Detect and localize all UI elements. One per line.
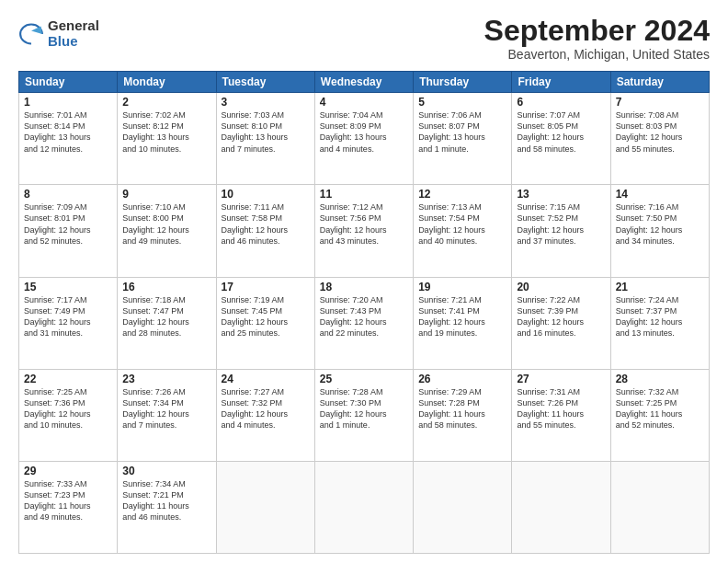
day-info: Sunrise: 7:10 AM Sunset: 8:00 PM Dayligh… bbox=[122, 201, 210, 247]
day-info: Sunrise: 7:16 AM Sunset: 7:50 PM Dayligh… bbox=[616, 201, 704, 247]
calendar-cell: 18Sunrise: 7:20 AM Sunset: 7:43 PM Dayli… bbox=[314, 277, 413, 369]
logo-general: General bbox=[48, 18, 99, 34]
col-saturday: Saturday bbox=[610, 72, 709, 93]
calendar-cell: 3Sunrise: 7:03 AM Sunset: 8:10 PM Daylig… bbox=[216, 93, 314, 185]
day-info: Sunrise: 7:34 AM Sunset: 7:21 PM Dayligh… bbox=[122, 478, 210, 523]
day-info: Sunrise: 7:33 AM Sunset: 7:23 PM Dayligh… bbox=[24, 478, 112, 523]
day-number: 22 bbox=[24, 373, 112, 385]
calendar-cell: 9Sunrise: 7:10 AM Sunset: 8:00 PM Daylig… bbox=[118, 185, 216, 277]
calendar-cell: 21Sunrise: 7:24 AM Sunset: 7:37 PM Dayli… bbox=[610, 277, 709, 369]
calendar-cell: 24Sunrise: 7:27 AM Sunset: 7:32 PM Dayli… bbox=[216, 369, 314, 461]
day-info: Sunrise: 7:19 AM Sunset: 7:45 PM Dayligh… bbox=[222, 294, 310, 339]
day-number: 6 bbox=[517, 96, 605, 109]
calendar-cell: 28Sunrise: 7:32 AM Sunset: 7:25 PM Dayli… bbox=[610, 369, 709, 461]
day-info: Sunrise: 7:32 AM Sunset: 7:25 PM Dayligh… bbox=[616, 386, 704, 431]
day-info: Sunrise: 7:27 AM Sunset: 7:32 PM Dayligh… bbox=[222, 386, 310, 431]
calendar-row-3: 15Sunrise: 7:17 AM Sunset: 7:49 PM Dayli… bbox=[19, 277, 710, 369]
calendar-cell bbox=[512, 461, 610, 553]
day-info: Sunrise: 7:17 AM Sunset: 7:49 PM Dayligh… bbox=[24, 294, 112, 339]
calendar-cell: 16Sunrise: 7:18 AM Sunset: 7:47 PM Dayli… bbox=[118, 277, 216, 369]
header: General Blue September 2024 Beaverton, M… bbox=[18, 15, 710, 62]
calendar-cell: 14Sunrise: 7:16 AM Sunset: 7:50 PM Dayli… bbox=[610, 185, 709, 277]
day-number: 17 bbox=[222, 281, 310, 293]
calendar-cell: 2Sunrise: 7:02 AM Sunset: 8:12 PM Daylig… bbox=[118, 93, 216, 185]
calendar-row-2: 8Sunrise: 7:09 AM Sunset: 8:01 PM Daylig… bbox=[19, 185, 710, 277]
calendar-row-5: 29Sunrise: 7:33 AM Sunset: 7:23 PM Dayli… bbox=[19, 461, 710, 553]
day-number: 14 bbox=[616, 188, 704, 201]
day-info: Sunrise: 7:02 AM Sunset: 8:12 PM Dayligh… bbox=[122, 109, 210, 155]
calendar-cell: 4Sunrise: 7:04 AM Sunset: 8:09 PM Daylig… bbox=[314, 93, 413, 185]
day-info: Sunrise: 7:24 AM Sunset: 7:37 PM Dayligh… bbox=[616, 294, 704, 339]
col-wednesday: Wednesday bbox=[314, 72, 413, 93]
calendar-cell: 8Sunrise: 7:09 AM Sunset: 8:01 PM Daylig… bbox=[19, 185, 118, 277]
day-number: 1 bbox=[24, 96, 112, 109]
day-number: 16 bbox=[122, 281, 210, 293]
day-number: 25 bbox=[320, 373, 408, 385]
day-info: Sunrise: 7:22 AM Sunset: 7:39 PM Dayligh… bbox=[517, 294, 605, 339]
day-number: 29 bbox=[24, 465, 112, 477]
day-number: 2 bbox=[122, 96, 210, 109]
day-number: 4 bbox=[320, 96, 408, 109]
subtitle: Beaverton, Michigan, United States bbox=[484, 47, 710, 62]
calendar-row-4: 22Sunrise: 7:25 AM Sunset: 7:36 PM Dayli… bbox=[19, 369, 710, 461]
calendar-cell bbox=[314, 461, 413, 553]
day-number: 13 bbox=[517, 188, 605, 201]
page: General Blue September 2024 Beaverton, M… bbox=[0, 0, 728, 563]
calendar-cell: 12Sunrise: 7:13 AM Sunset: 7:54 PM Dayli… bbox=[414, 185, 512, 277]
calendar-cell: 19Sunrise: 7:21 AM Sunset: 7:41 PM Dayli… bbox=[414, 277, 512, 369]
title-block: September 2024 Beaverton, Michigan, Unit… bbox=[484, 15, 710, 62]
calendar-cell: 23Sunrise: 7:26 AM Sunset: 7:34 PM Dayli… bbox=[118, 369, 216, 461]
logo-text: General Blue bbox=[48, 18, 99, 49]
day-number: 21 bbox=[616, 281, 704, 293]
day-number: 15 bbox=[24, 281, 112, 293]
calendar-cell: 13Sunrise: 7:15 AM Sunset: 7:52 PM Dayli… bbox=[512, 185, 610, 277]
col-friday: Friday bbox=[512, 72, 610, 93]
calendar-cell: 5Sunrise: 7:06 AM Sunset: 8:07 PM Daylig… bbox=[414, 93, 512, 185]
day-info: Sunrise: 7:13 AM Sunset: 7:54 PM Dayligh… bbox=[418, 201, 506, 247]
calendar-cell bbox=[414, 461, 512, 553]
calendar-cell: 10Sunrise: 7:11 AM Sunset: 7:58 PM Dayli… bbox=[216, 185, 314, 277]
day-info: Sunrise: 7:15 AM Sunset: 7:52 PM Dayligh… bbox=[517, 201, 605, 247]
day-info: Sunrise: 7:03 AM Sunset: 8:10 PM Dayligh… bbox=[222, 109, 310, 155]
day-number: 10 bbox=[222, 188, 310, 201]
day-info: Sunrise: 7:26 AM Sunset: 7:34 PM Dayligh… bbox=[122, 386, 210, 431]
day-info: Sunrise: 7:28 AM Sunset: 7:30 PM Dayligh… bbox=[320, 386, 408, 431]
calendar-cell bbox=[216, 461, 314, 553]
calendar-table: Sunday Monday Tuesday Wednesday Thursday… bbox=[18, 71, 710, 554]
day-info: Sunrise: 7:06 AM Sunset: 8:07 PM Dayligh… bbox=[418, 109, 506, 155]
col-tuesday: Tuesday bbox=[216, 72, 314, 93]
day-number: 26 bbox=[418, 373, 506, 385]
calendar-cell: 6Sunrise: 7:07 AM Sunset: 8:05 PM Daylig… bbox=[512, 93, 610, 185]
calendar-cell: 11Sunrise: 7:12 AM Sunset: 7:56 PM Dayli… bbox=[314, 185, 413, 277]
col-thursday: Thursday bbox=[414, 72, 512, 93]
day-number: 20 bbox=[517, 281, 605, 293]
calendar-cell: 22Sunrise: 7:25 AM Sunset: 7:36 PM Dayli… bbox=[19, 369, 118, 461]
day-number: 30 bbox=[122, 465, 210, 477]
day-info: Sunrise: 7:09 AM Sunset: 8:01 PM Dayligh… bbox=[24, 201, 112, 247]
logo-blue: Blue bbox=[48, 34, 99, 50]
day-info: Sunrise: 7:04 AM Sunset: 8:09 PM Dayligh… bbox=[320, 109, 408, 155]
calendar-cell: 1Sunrise: 7:01 AM Sunset: 8:14 PM Daylig… bbox=[19, 93, 118, 185]
day-info: Sunrise: 7:01 AM Sunset: 8:14 PM Dayligh… bbox=[24, 109, 112, 155]
logo-icon bbox=[18, 21, 44, 47]
calendar-cell bbox=[610, 461, 709, 553]
day-number: 8 bbox=[24, 188, 112, 201]
day-number: 28 bbox=[616, 373, 704, 385]
day-info: Sunrise: 7:18 AM Sunset: 7:47 PM Dayligh… bbox=[122, 294, 210, 339]
calendar-cell: 30Sunrise: 7:34 AM Sunset: 7:21 PM Dayli… bbox=[118, 461, 216, 553]
col-monday: Monday bbox=[118, 72, 216, 93]
day-info: Sunrise: 7:31 AM Sunset: 7:26 PM Dayligh… bbox=[517, 386, 605, 431]
day-info: Sunrise: 7:12 AM Sunset: 7:56 PM Dayligh… bbox=[320, 201, 408, 247]
day-number: 19 bbox=[418, 281, 506, 293]
calendar-cell: 7Sunrise: 7:08 AM Sunset: 8:03 PM Daylig… bbox=[610, 93, 709, 185]
calendar-cell: 25Sunrise: 7:28 AM Sunset: 7:30 PM Dayli… bbox=[314, 369, 413, 461]
calendar-row-1: 1Sunrise: 7:01 AM Sunset: 8:14 PM Daylig… bbox=[19, 93, 710, 185]
day-info: Sunrise: 7:20 AM Sunset: 7:43 PM Dayligh… bbox=[320, 294, 408, 339]
calendar-cell: 20Sunrise: 7:22 AM Sunset: 7:39 PM Dayli… bbox=[512, 277, 610, 369]
day-info: Sunrise: 7:11 AM Sunset: 7:58 PM Dayligh… bbox=[222, 201, 310, 247]
day-number: 24 bbox=[222, 373, 310, 385]
header-row: Sunday Monday Tuesday Wednesday Thursday… bbox=[19, 72, 710, 93]
day-number: 3 bbox=[222, 96, 310, 109]
day-number: 11 bbox=[320, 188, 408, 201]
col-sunday: Sunday bbox=[19, 72, 118, 93]
